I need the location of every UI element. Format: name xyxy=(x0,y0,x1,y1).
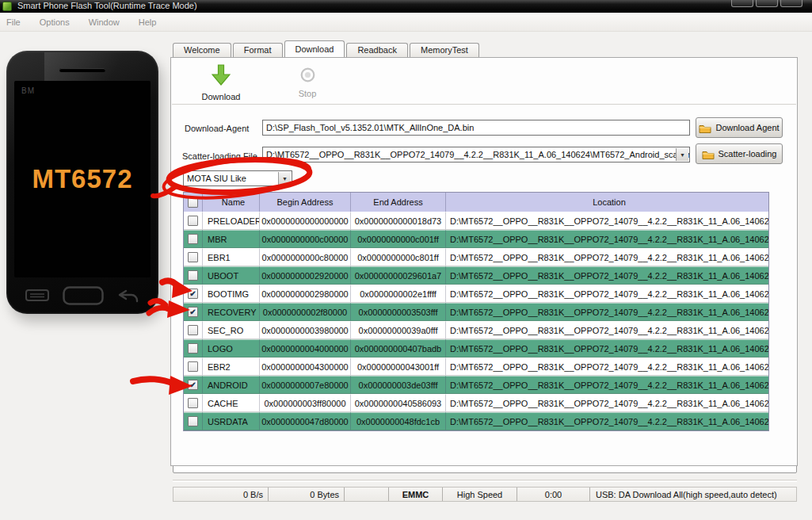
download-tab-panel: Download Stop Download-Agent D:\SP_Flash… xyxy=(170,57,798,466)
menu-help[interactable]: Help xyxy=(139,17,157,27)
begin-address: 0x0000000002f80000 xyxy=(260,303,351,321)
row-checkbox-cell xyxy=(184,376,203,394)
row-checkbox-cell xyxy=(184,248,203,266)
header-begin-address: Begin Address xyxy=(260,193,351,212)
download-agent-input[interactable]: D:\SP_Flash_Tool_v5.1352.01\MTK_AllInOne… xyxy=(262,120,690,136)
select-all-cell xyxy=(184,193,203,212)
end-address: 0x0000000002e1ffff xyxy=(351,285,446,303)
begin-address: 0x0000000004000000 xyxy=(260,339,351,358)
end-address: 0x00000000029601a7 xyxy=(351,266,446,285)
tab-download[interactable]: Download xyxy=(284,40,345,57)
table-row[interactable]: BOOTIMG0x00000000029800000x0000000002e1f… xyxy=(184,285,768,303)
begin-address: 0x0000000003980000 xyxy=(260,321,351,339)
annotation-arrow-android xyxy=(133,379,173,384)
begin-address: 0x0000000004300000 xyxy=(260,358,351,376)
row-checkbox[interactable] xyxy=(188,216,198,226)
phone-nav-buttons xyxy=(6,285,158,307)
partition-table-body: PRELOADER0x00000000000000000x00000000000… xyxy=(184,212,768,430)
chevron-down-icon[interactable]: ▼ xyxy=(278,172,291,185)
partition-location: D:\MT6572__OPPO__R831K__OPPO72_14079__4.… xyxy=(446,230,768,248)
tab-strip: Welcome Format Download Readback MemoryT… xyxy=(173,43,481,57)
partition-location: D:\MT6572__OPPO__R831K__OPPO72_14079__4.… xyxy=(446,339,768,358)
table-row[interactable]: ANDROID0x0000000007e800000x000000003de03… xyxy=(184,376,768,394)
select-all-checkbox[interactable] xyxy=(188,197,198,208)
row-checkbox[interactable] xyxy=(188,380,198,390)
partition-name: UBOOT xyxy=(203,266,260,285)
row-checkbox[interactable] xyxy=(188,361,198,372)
table-row[interactable]: LOGO0x00000000040000000x000000000407badb… xyxy=(184,339,768,358)
row-checkbox-cell xyxy=(184,358,203,376)
partition-name: RECOVERY xyxy=(203,303,260,321)
window-controls xyxy=(731,0,802,7)
begin-address: 0x0000000000c80000 xyxy=(260,248,351,266)
row-checkbox[interactable] xyxy=(188,234,198,244)
row-checkbox-cell xyxy=(184,266,203,285)
header-name: Name xyxy=(203,193,260,212)
menu-window[interactable]: Window xyxy=(89,17,120,27)
row-checkbox[interactable] xyxy=(188,270,198,281)
scatter-loading-button[interactable]: Scatter-loading xyxy=(696,143,783,164)
partition-name: BOOTIMG xyxy=(203,285,260,303)
row-checkbox[interactable] xyxy=(188,325,198,335)
status-elapsed-time: 0:00 xyxy=(517,488,590,501)
table-row[interactable]: USRDATA0x0000000047d800000x0000000048fdc… xyxy=(184,412,768,430)
row-checkbox-cell xyxy=(184,321,203,339)
table-row[interactable]: SEC_RO0x00000000039800000x00000000039a0f… xyxy=(184,321,768,339)
maximize-button[interactable] xyxy=(756,0,778,7)
row-checkbox[interactable] xyxy=(188,307,198,317)
partition-location: D:\MT6572__OPPO__R831K__OPPO72_14079__4.… xyxy=(446,285,768,303)
tab-format[interactable]: Format xyxy=(233,43,283,57)
tab-readback[interactable]: Readback xyxy=(346,43,408,57)
menu-bar: File Options Window Help xyxy=(0,13,812,32)
table-row[interactable]: EBR20x00000000043000000x00000000043001ff… xyxy=(184,358,768,376)
row-checkbox-cell xyxy=(184,230,203,248)
table-row[interactable]: MBR0x0000000000c000000x0000000000c001ffD… xyxy=(184,230,768,248)
end-address: 0x00000000039a0fff xyxy=(351,321,446,339)
tab-memorytest[interactable]: MemoryTest xyxy=(410,43,479,57)
partition-name: EBR2 xyxy=(203,358,260,376)
partition-name: MBR xyxy=(203,230,260,248)
row-checkbox[interactable] xyxy=(188,289,198,299)
partition-name: CACHE xyxy=(203,394,260,412)
row-checkbox[interactable] xyxy=(188,416,198,426)
end-address: 0x00000000043001ff xyxy=(351,358,446,376)
partition-location: D:\MT6572__OPPO__R831K__OPPO72_14079__4.… xyxy=(446,321,768,339)
download-button[interactable]: Download xyxy=(193,64,249,101)
scatter-file-label: Scatter-loading File xyxy=(182,151,257,161)
table-row[interactable]: RECOVERY0x0000000002f800000x000000000350… xyxy=(184,303,768,321)
partition-location: D:\MT6572__OPPO__R831K__OPPO72_14079__4.… xyxy=(446,376,768,394)
chevron-down-icon[interactable]: ▼ xyxy=(676,148,688,161)
table-row[interactable]: UBOOT0x00000000029200000x00000000029601a… xyxy=(184,266,768,285)
row-checkbox-cell xyxy=(184,285,203,303)
phone-preview: BM MT6572 xyxy=(6,51,158,314)
minimize-button[interactable] xyxy=(731,0,753,7)
row-checkbox[interactable] xyxy=(188,252,198,262)
table-row[interactable]: CACHE0x000000003ff800000x000000004058609… xyxy=(184,394,768,412)
partition-location: D:\MT6572__OPPO__R831K__OPPO72_14079__4.… xyxy=(446,358,768,376)
back-icon xyxy=(117,289,139,303)
scatter-file-combobox[interactable]: D:\MT6572__OPPO__R831K__OPPO72_14079__4.… xyxy=(262,147,690,162)
download-agent-button-label: Download Agent xyxy=(715,123,779,132)
tab-welcome[interactable]: Welcome xyxy=(173,43,231,57)
begin-address: 0x0000000000c00000 xyxy=(260,230,351,248)
download-mode-value: MOTA SIU Like xyxy=(187,174,246,183)
header-end-address: End Address xyxy=(351,193,446,212)
download-mode-select[interactable]: MOTA SIU Like ▼ xyxy=(183,170,292,186)
stop-button[interactable]: Stop xyxy=(282,67,333,98)
download-button-label: Download xyxy=(193,92,249,101)
end-address: 0x0000000048fdc1cb xyxy=(351,412,446,430)
close-button[interactable] xyxy=(780,0,802,7)
end-address: 0x0000000003503fff xyxy=(351,303,446,321)
header-location: Location xyxy=(446,193,768,212)
app-icon xyxy=(2,2,12,11)
status-bytes: 0 Bytes xyxy=(269,488,345,501)
table-row[interactable]: EBR10x0000000000c800000x0000000000c801ff… xyxy=(184,248,768,266)
partition-location: D:\MT6572__OPPO__R831K__OPPO72_14079__4.… xyxy=(446,212,768,230)
row-checkbox[interactable] xyxy=(188,398,198,408)
download-agent-button[interactable]: Download Agent xyxy=(696,117,783,138)
menu-file[interactable]: File xyxy=(6,17,21,27)
table-row[interactable]: PRELOADER0x00000000000000000x00000000000… xyxy=(184,212,768,230)
menu-options[interactable]: Options xyxy=(40,17,70,27)
row-checkbox[interactable] xyxy=(188,343,198,354)
scatter-loading-button-label: Scatter-loading xyxy=(719,149,777,159)
